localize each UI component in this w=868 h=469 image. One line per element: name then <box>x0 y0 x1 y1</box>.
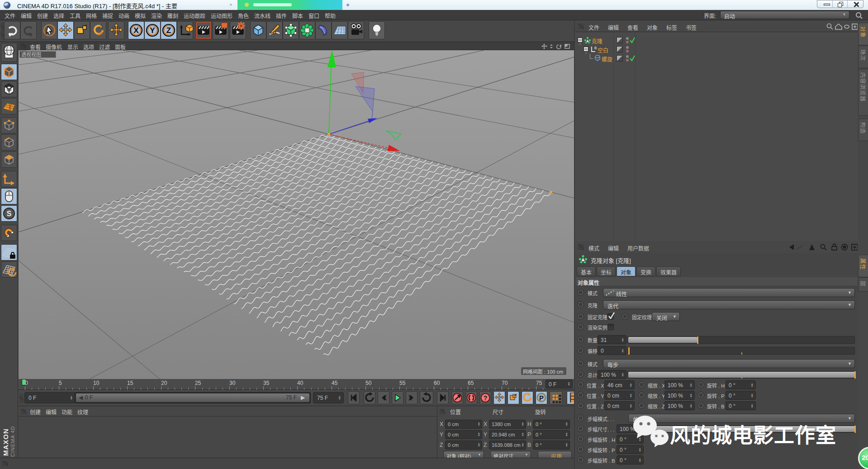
svg-text:Z: Z <box>166 26 171 35</box>
svg-text:0: 0 <box>594 46 597 50</box>
svg-text:S: S <box>7 210 12 218</box>
svg-text:P: P <box>539 394 544 402</box>
svg-text:MAXON: MAXON <box>2 428 9 456</box>
svg-text:CINEMA 4D: CINEMA 4D <box>10 426 15 457</box>
svg-text:X: X <box>133 26 139 35</box>
svg-text:?: ? <box>484 394 488 402</box>
svg-text:Y: Y <box>150 26 155 35</box>
